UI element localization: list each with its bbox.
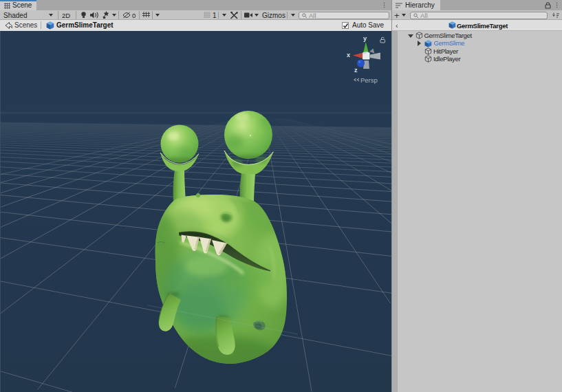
- svg-text:z: z: [354, 67, 358, 74]
- svg-text:Persp: Persp: [360, 76, 378, 84]
- svg-text:x: x: [347, 52, 350, 58]
- svg-text:y: y: [363, 35, 367, 42]
